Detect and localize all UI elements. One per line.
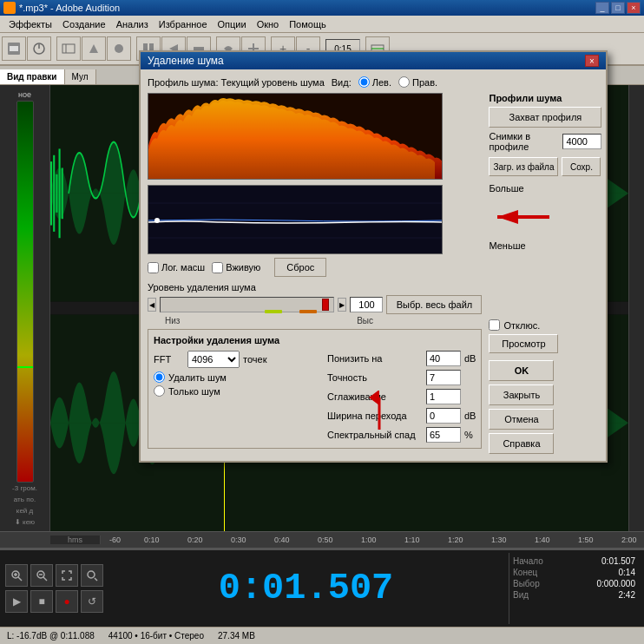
spectral-unit: % bbox=[464, 430, 473, 440]
menu-analysis[interactable]: Анализ bbox=[111, 17, 154, 31]
slider-value-display: 100 bbox=[350, 297, 383, 312]
toolbar-btn-4[interactable] bbox=[82, 36, 106, 61]
only-noise-radio[interactable] bbox=[154, 385, 165, 397]
preview-btn[interactable]: Просмотр bbox=[489, 334, 558, 353]
right-column: Профили шума Захват профиля Снимки в про… bbox=[489, 93, 601, 454]
info-panel: Начало 0:01.507 Конец 0:14 Выбор 0:000.0… bbox=[509, 553, 639, 624]
transition-input[interactable] bbox=[426, 408, 461, 424]
zoom-out-btn[interactable] bbox=[30, 564, 53, 587]
title-text: *.mp3* - Adobe Audition bbox=[19, 3, 120, 13]
toolbar-btn-5[interactable] bbox=[107, 36, 131, 61]
title-controls: _ □ × bbox=[595, 2, 641, 14]
slider-right-arrow[interactable]: ▶ bbox=[338, 298, 346, 312]
info-start-value: 0:01.507 bbox=[601, 556, 635, 566]
zoom-select-btn[interactable] bbox=[81, 564, 103, 587]
record-btn[interactable]: ● bbox=[56, 590, 78, 613]
play-btn[interactable]: ▶ bbox=[5, 590, 28, 613]
reset-button[interactable]: Сброс bbox=[274, 258, 326, 277]
select-whole-file-btn[interactable]: Выбр. весь файл bbox=[386, 295, 482, 314]
app-icon bbox=[3, 2, 16, 14]
transport-bar: ▶ ■ ● ↺ 0:01.507 Начало 0:01.507 Конец 0… bbox=[0, 549, 644, 627]
info-end-value: 0:14 bbox=[619, 568, 635, 577]
dialog-title-text: Удаление шума bbox=[148, 55, 224, 67]
dialog-close-button[interactable]: × bbox=[585, 55, 599, 67]
close-dialog-btn[interactable]: Закрыть bbox=[489, 384, 554, 405]
slider-left-arrow[interactable]: ◀ bbox=[148, 298, 156, 312]
fft-select[interactable]: 4096 bbox=[187, 351, 240, 368]
save-btn[interactable]: Сохр. bbox=[562, 157, 601, 176]
disconnect-checkbox[interactable] bbox=[489, 319, 500, 331]
close-button[interactable]: × bbox=[627, 2, 641, 14]
right-channel-radio[interactable] bbox=[398, 76, 410, 88]
remove-noise-label: Удалить шум bbox=[168, 372, 227, 383]
menu-effects[interactable]: Эффекты bbox=[3, 17, 57, 31]
snapshots-input[interactable] bbox=[562, 134, 601, 149]
reduction-level-label: Уровень удаления шума bbox=[148, 282, 482, 292]
low-label: Низ bbox=[165, 316, 180, 325]
red-arrow-icon bbox=[489, 204, 558, 230]
info-selection-value: 0:000.000 bbox=[597, 579, 636, 588]
time-value: 0:01.507 bbox=[219, 568, 394, 609]
maximize-button[interactable]: □ bbox=[611, 2, 625, 14]
info-selection-label: Выбор bbox=[513, 579, 540, 588]
reduction-slider[interactable] bbox=[160, 297, 334, 312]
svg-rect-1 bbox=[10, 46, 18, 51]
svg-point-7 bbox=[115, 44, 123, 53]
left-channel-radio[interactable] bbox=[358, 76, 370, 88]
ok-btn[interactable]: OK bbox=[489, 360, 554, 381]
load-file-btn[interactable]: Загр. из файла bbox=[489, 157, 558, 176]
right-label: Прав. bbox=[412, 77, 437, 88]
log-scale-checkbox[interactable] bbox=[148, 262, 159, 273]
transport-controls: ▶ ■ ● ↺ bbox=[5, 564, 103, 613]
svg-rect-4 bbox=[62, 44, 75, 53]
smoothing-input[interactable] bbox=[426, 389, 461, 404]
arrow-container bbox=[489, 204, 601, 230]
settings-panel: Настройки удаления шума FFT 4096 точек bbox=[148, 329, 482, 449]
spectral-input[interactable] bbox=[426, 427, 461, 443]
toolbar-btn-3[interactable] bbox=[56, 36, 81, 61]
remove-noise-radio[interactable] bbox=[154, 371, 165, 383]
capture-profile-btn[interactable]: Захват профиля bbox=[489, 107, 601, 128]
zoom-in-btn[interactable] bbox=[5, 564, 28, 587]
menu-options[interactable]: Опции bbox=[213, 17, 252, 31]
snapshots-label: Снимки в профиле bbox=[489, 131, 559, 152]
help-btn[interactable]: Справка bbox=[489, 433, 554, 454]
menu-create[interactable]: Создание bbox=[57, 17, 111, 31]
tab-multitrack[interactable]: Мул bbox=[65, 69, 96, 84]
action-buttons: OK Закрыть Отмена Справка bbox=[489, 360, 601, 454]
stop-btn[interactable]: ■ bbox=[30, 590, 53, 613]
minimize-button[interactable]: _ bbox=[595, 2, 609, 14]
disconnect-row: Отклюс. bbox=[489, 319, 601, 331]
status-format: 44100 • 16-бит • Стерео bbox=[108, 631, 204, 641]
profile-label: Профиль шума: Текущий уровень шума bbox=[148, 77, 325, 88]
precision-input[interactable] bbox=[426, 370, 461, 385]
toolbar-btn-1[interactable] bbox=[2, 36, 26, 61]
toolbar-btn-2[interactable] bbox=[27, 36, 51, 61]
fft-unit: точек bbox=[243, 354, 266, 365]
settings-title: Настройки удаления шума bbox=[154, 335, 476, 345]
tab-view-edit[interactable]: Вид правки bbox=[0, 69, 65, 84]
menu-window[interactable]: Окно bbox=[252, 17, 285, 31]
view-label: Вид: bbox=[332, 77, 352, 88]
status-bar: L: -16.7dB @ 0:11.088 44100 • 16-бит • С… bbox=[0, 627, 644, 644]
timeline: hms -60 0:10 0:20 0:30 0:40 0:50 1:00 1:… bbox=[0, 531, 644, 549]
noise-profile-chart bbox=[148, 93, 443, 180]
status-level: L: -16.7dB @ 0:11.088 bbox=[7, 631, 95, 641]
svg-point-38 bbox=[154, 218, 160, 223]
noise-removal-dialog: Удаление шума × Профиль шума: Текущий ур… bbox=[139, 50, 608, 463]
loop-btn[interactable]: ↺ bbox=[81, 590, 103, 613]
svg-line-33 bbox=[95, 578, 97, 581]
live-checkbox[interactable] bbox=[212, 262, 223, 273]
menu-favorites[interactable]: Избранное bbox=[154, 17, 213, 31]
only-noise-label: Только шум bbox=[168, 386, 220, 397]
precision-label: Точность bbox=[327, 372, 423, 383]
svg-point-32 bbox=[88, 571, 95, 578]
reduce-value-input[interactable] bbox=[426, 351, 461, 366]
menu-help[interactable]: Помощь bbox=[284, 17, 332, 31]
zoom-fit-btn[interactable] bbox=[56, 564, 78, 587]
time-display: 0:01.507 bbox=[110, 568, 502, 609]
cancel-btn[interactable]: Отмена bbox=[489, 409, 554, 430]
reduce-unit: dB bbox=[464, 353, 476, 364]
title-bar: *.mp3* - Adobe Audition _ □ × bbox=[0, 0, 644, 16]
level-panel: ное -3 гром. ать по. кей д ⬇ кею bbox=[0, 85, 50, 531]
